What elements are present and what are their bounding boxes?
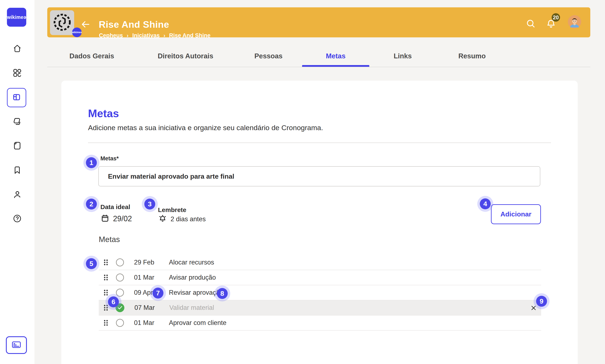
annotation-badge-9: 9 bbox=[536, 296, 547, 307]
sidebar-item-apps[interactable] bbox=[12, 68, 22, 78]
user-avatar[interactable] bbox=[568, 15, 581, 28]
app-logo-text: wikimeə bbox=[7, 14, 26, 20]
tab-direitos-autorais[interactable]: Direitos Autorais bbox=[158, 52, 214, 60]
document-icon bbox=[12, 141, 22, 151]
radio-unchecked[interactable] bbox=[116, 289, 124, 297]
drag-handle-icon[interactable] bbox=[101, 318, 110, 327]
close-icon[interactable] bbox=[529, 303, 538, 312]
search-icon bbox=[525, 18, 536, 29]
meta-row: 01 MarAvisar produção bbox=[99, 270, 541, 285]
breadcrumb-iniciativas[interactable]: Iniciativas bbox=[132, 32, 160, 39]
app-logo[interactable]: wikimeə bbox=[7, 8, 26, 27]
meta-row: 01 MarAprovar com cliente bbox=[99, 315, 541, 331]
board-icon bbox=[11, 92, 22, 103]
sidebar-item-board-active[interactable] bbox=[7, 88, 26, 107]
breadcrumb: Cepheus›Iniciativas›Rise And Shine bbox=[99, 32, 211, 39]
page-title: Rise And Shine bbox=[99, 19, 169, 30]
annotation-badge-3: 3 bbox=[144, 199, 155, 209]
back-button[interactable] bbox=[81, 19, 91, 29]
metas-list: 29 FebAlocar recursos01 MarAvisar produç… bbox=[99, 255, 541, 331]
section-heading: Metas bbox=[88, 107, 119, 120]
metas-page: { "theme": { "accent": "#423EE8", "badge… bbox=[0, 0, 605, 364]
user-icon bbox=[12, 190, 22, 200]
annotation-badge-4: 4 bbox=[480, 198, 491, 209]
sidebar-item-decks[interactable] bbox=[12, 117, 22, 127]
sidebar-item-profile[interactable] bbox=[12, 190, 22, 200]
reminder-value: 2 dias antes bbox=[171, 215, 206, 223]
meta-row: 09 AprRevisar aprovação bbox=[99, 285, 541, 300]
meta-date: 29 Feb bbox=[134, 259, 161, 266]
annotation-badge-5: 5 bbox=[86, 258, 97, 269]
date-picker[interactable]: 29/02 bbox=[100, 214, 132, 224]
meta-label: Validar material bbox=[169, 304, 214, 312]
meta-label: Revisar aprovação bbox=[169, 289, 223, 296]
meta-row: 29 FebAlocar recursos bbox=[99, 255, 541, 270]
meta-label: Avisar produção bbox=[169, 274, 216, 281]
bell-ring-icon bbox=[158, 214, 167, 224]
tab-metas[interactable]: Metas bbox=[326, 52, 346, 60]
search-button[interactable] bbox=[525, 18, 537, 29]
drag-handle-icon[interactable] bbox=[101, 273, 110, 282]
breadcrumb-separator: › bbox=[163, 32, 165, 39]
meta-input[interactable] bbox=[98, 166, 540, 186]
apps-grid-icon bbox=[12, 68, 22, 78]
tabs-divider bbox=[47, 67, 590, 67]
help-icon bbox=[12, 214, 22, 224]
add-button[interactable]: Adicionar bbox=[491, 204, 541, 224]
radio-unchecked[interactable] bbox=[116, 259, 124, 266]
breadcrumb-separator: › bbox=[127, 32, 129, 39]
notification-count-badge: 20 bbox=[552, 13, 560, 22]
bookmark-icon bbox=[12, 165, 22, 176]
sidebar-item-card-panel[interactable] bbox=[6, 336, 27, 354]
radio-unchecked[interactable] bbox=[116, 319, 124, 327]
section-divider bbox=[88, 143, 551, 143]
list-heading: Metas bbox=[99, 235, 120, 244]
card-keyboard-icon bbox=[11, 339, 22, 351]
meta-row: 07 MarValidar material bbox=[99, 300, 541, 315]
section-description: Adicione metas a sua iniciativa e organi… bbox=[88, 124, 323, 132]
annotation-badge-8: 8 bbox=[217, 288, 228, 299]
annotation-badge-6: 6 bbox=[108, 296, 119, 307]
drag-handle-icon[interactable] bbox=[101, 288, 110, 297]
meta-date: 07 Mar bbox=[134, 304, 162, 312]
metas-input-label: Metas* bbox=[100, 155, 119, 162]
annotation-badge-7: 7 bbox=[152, 287, 163, 299]
sidebar-item-help[interactable] bbox=[12, 214, 22, 224]
tab-pessoas[interactable]: Pessoas bbox=[254, 52, 282, 60]
date-value: 29/02 bbox=[113, 214, 132, 223]
chain-emblem-icon bbox=[51, 11, 73, 34]
meta-date: 01 Mar bbox=[134, 319, 161, 327]
meta-label: Alocar recursos bbox=[169, 259, 214, 266]
avatar-illustration bbox=[568, 15, 581, 28]
back-arrow-icon bbox=[81, 19, 91, 29]
meta-date: 01 Mar bbox=[134, 274, 161, 281]
project-logo[interactable]: wikimeə bbox=[50, 10, 74, 35]
tab-links[interactable]: Links bbox=[394, 52, 412, 60]
meta-label: Aprovar com cliente bbox=[169, 319, 227, 327]
tab-resumo[interactable]: Resumo bbox=[458, 52, 486, 60]
reminder-picker[interactable]: 2 dias antes bbox=[158, 214, 206, 224]
annotation-badge-2: 2 bbox=[86, 199, 97, 209]
breadcrumb-cepheus[interactable]: Cepheus bbox=[99, 32, 123, 39]
reminder-label: Lembrete bbox=[158, 206, 186, 213]
header-banner: wikimeə Rise And Shine Cepheus›Iniciativ… bbox=[47, 7, 590, 37]
annotation-badge-1: 1 bbox=[86, 157, 97, 168]
tabs-bar: Dados GeraisDireitos AutoraisPessoasMeta… bbox=[0, 42, 605, 69]
sidebar-item-documents[interactable] bbox=[12, 141, 22, 151]
date-label: Data ideal bbox=[100, 203, 130, 210]
tab-dados-gerais[interactable]: Dados Gerais bbox=[69, 52, 114, 60]
cards-stack-icon bbox=[12, 117, 22, 127]
sidebar-item-bookmarks[interactable] bbox=[12, 165, 22, 175]
breadcrumb-rise-and-shine: Rise And Shine bbox=[169, 32, 211, 39]
calendar-icon bbox=[100, 214, 110, 224]
drag-handle-icon[interactable] bbox=[101, 258, 110, 267]
radio-unchecked[interactable] bbox=[116, 273, 124, 282]
